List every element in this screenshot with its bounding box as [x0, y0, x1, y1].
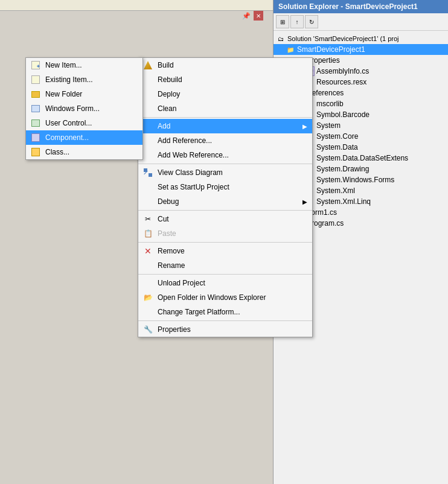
existing-item-icon: [30, 74, 42, 86]
menu-set-startup[interactable]: Set as StartUp Project: [138, 180, 312, 194]
solution-label: Solution 'SmartDeviceProject1' (1 proj: [287, 35, 399, 42]
project-label: SmartDeviceProject1: [297, 45, 365, 54]
menu-add-reference[interactable]: Add Reference...: [138, 133, 312, 148]
sep-3: [138, 210, 312, 211]
pin-button[interactable]: 📌: [242, 11, 251, 21]
se-toolbar-btn-3[interactable]: ↻: [305, 15, 318, 28]
menu-cut[interactable]: ✂ Cut: [138, 212, 312, 226]
sep-4: [138, 242, 312, 243]
menu-unload-label: Unload Project: [158, 279, 205, 287]
sep-5: [138, 274, 312, 275]
ref-system-xml-label: System.Xml: [316, 186, 355, 195]
submenu-windows-form-label: Windows Form...: [45, 104, 100, 113]
sep-2: [138, 164, 312, 164]
menu-paste[interactable]: 📋 Paste: [138, 226, 312, 241]
ref-system-winforms-label: System.Windows.Forms: [316, 176, 394, 184]
menu-unload[interactable]: Unload Project: [138, 276, 312, 290]
menu-deploy-label: Deploy: [158, 90, 180, 98]
ref-system-label: System: [316, 121, 341, 130]
ref-system-xml-linq-label: System.Xml.Linq: [316, 197, 371, 206]
solution-node[interactable]: 🗂 Solution 'SmartDeviceProject1' (1 proj: [274, 33, 448, 44]
folder-icon: 📂: [142, 291, 154, 304]
menu-remove[interactable]: ✕ Remove: [138, 244, 312, 258]
submenu-component[interactable]: Component...: [26, 130, 142, 145]
menu-view-class-diagram-label: View Class Diagram: [158, 168, 223, 177]
submenu-existing-item[interactable]: Existing Item...: [26, 72, 142, 87]
submenu-user-control[interactable]: User Control...: [26, 116, 142, 130]
windows-form-icon: [30, 103, 42, 115]
submenu-class-label: Class...: [45, 148, 69, 156]
paste-icon: 📋: [142, 228, 154, 240]
submenu-user-control-label: User Control...: [45, 119, 92, 127]
sep-6: [138, 320, 312, 321]
dock-bar: [0, 0, 278, 11]
menu-open-folder[interactable]: 📂 Open Folder in Windows Explorer: [138, 290, 312, 305]
debug-arrow: ▶: [302, 199, 307, 205]
new-folder-icon: [30, 88, 42, 100]
menu-view-class-diagram[interactable]: View Class Diagram: [138, 165, 312, 180]
submenu-new-item-label: New Item...: [45, 61, 82, 69]
menu-rename-label: Rename: [158, 261, 185, 270]
se-toolbar: ⊞ ↑ ↻: [274, 13, 448, 31]
menu-clean-label: Clean: [158, 104, 176, 113]
menu-paste-label: Paste: [158, 229, 176, 238]
ref-system-core-label: System.Core: [316, 132, 358, 141]
menu-deploy[interactable]: Deploy: [138, 87, 312, 101]
se-toolbar-btn-1[interactable]: ⊞: [276, 15, 289, 28]
add-arrow: ▶: [302, 123, 307, 130]
user-control-icon: [30, 117, 42, 129]
ref-mscorlib-label: mscorlib: [316, 100, 344, 108]
remove-icon: ✕: [142, 245, 154, 257]
menu-add-label: Add: [158, 122, 170, 130]
se-toolbar-btn-2[interactable]: ↑: [290, 15, 304, 28]
menu-properties-label: Properties: [158, 325, 191, 334]
submenu-existing-item-label: Existing Item...: [45, 75, 93, 84]
resources-label: Resources.resx: [316, 78, 366, 86]
ref-system-data-label: System.Data: [316, 143, 358, 151]
project-icon: 📁: [286, 45, 295, 54]
assemblyinfo-label: AssemblyInfo.cs: [316, 67, 369, 75]
submenu-component-label: Component...: [45, 133, 89, 142]
menu-build[interactable]: Build: [138, 58, 312, 72]
menu-add-web-reference[interactable]: Add Web Reference...: [138, 148, 312, 162]
menu-add[interactable]: Add ▶: [138, 119, 312, 133]
menu-change-target[interactable]: Change Target Platform...: [138, 305, 312, 319]
sep-1: [138, 117, 312, 118]
menu-debug[interactable]: Debug ▶: [138, 194, 312, 209]
menu-change-target-label: Change Target Platform...: [158, 308, 240, 316]
menu-rebuild[interactable]: Rebuild: [138, 72, 312, 87]
submenu-windows-form[interactable]: Windows Form...: [26, 101, 142, 116]
submenu-add: + New Item... Existing Item... New Folde…: [25, 57, 143, 160]
solution-icon: 🗂: [276, 34, 286, 43]
submenu-new-folder[interactable]: New Folder: [26, 87, 142, 101]
cut-icon: ✂: [142, 213, 154, 225]
project-node[interactable]: 📁 SmartDeviceProject1: [274, 44, 448, 55]
menu-add-web-reference-label: Add Web Reference...: [158, 151, 229, 159]
submenu-class[interactable]: Class...: [26, 145, 142, 159]
ref-system-drawing-label: System.Drawing: [316, 165, 369, 173]
submenu-new-folder-label: New Folder: [45, 90, 82, 98]
menu-set-startup-label: Set as StartUp Project: [158, 183, 229, 191]
props-icon: 🔧: [142, 323, 154, 336]
menu-clean[interactable]: Clean: [138, 101, 312, 116]
submenu-new-item[interactable]: + New Item...: [26, 58, 142, 72]
menu-rebuild-label: Rebuild: [158, 75, 182, 84]
close-button[interactable]: ✕: [254, 11, 263, 21]
component-icon: [30, 132, 42, 144]
menu-add-reference-label: Add Reference...: [158, 136, 212, 145]
diagram-icon: [142, 167, 154, 179]
ref-barcode-label: Symbol.Barcode: [316, 110, 370, 119]
ref-system-dataset-label: System.Data.DataSetExtens: [316, 154, 408, 162]
build-icon: [142, 59, 154, 71]
menu-build-label: Build: [158, 61, 174, 69]
menu-open-folder-label: Open Folder in Windows Explorer: [158, 293, 266, 302]
context-menu: Build Rebuild Deploy Clean Add ▶ Add Ref…: [138, 57, 313, 337]
menu-remove-label: Remove: [158, 247, 185, 255]
menu-properties[interactable]: 🔧 Properties: [138, 322, 312, 337]
menu-rename[interactable]: Rename: [138, 258, 312, 273]
new-item-icon: +: [30, 59, 42, 71]
main-area: 📌 ✕ Solution Explorer - SmartDeviceProje…: [0, 0, 448, 484]
menu-debug-label: Debug: [158, 197, 179, 206]
solution-explorer-title: Solution Explorer - SmartDeviceProject1: [274, 0, 448, 13]
menu-cut-label: Cut: [158, 215, 169, 223]
